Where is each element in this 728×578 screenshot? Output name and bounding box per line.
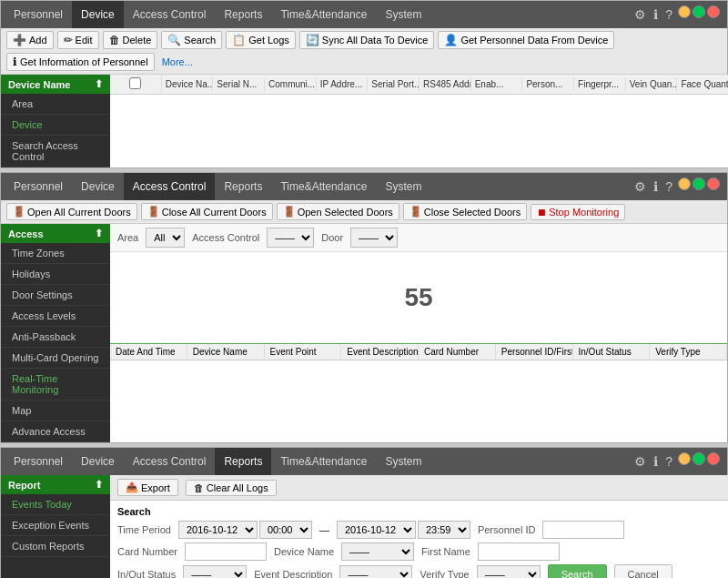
window-controls-2 [678,177,720,196]
sidebar-item-realtime[interactable]: Real-Time Monitoring [1,369,110,401]
sync-data-button[interactable]: 🔄 Sync All Data To Device [299,31,435,49]
menu-system-1[interactable]: System [376,1,430,28]
export-button[interactable]: 📤 Export [117,479,178,496]
device-name-select[interactable]: —— [341,543,414,561]
menu-reports-2[interactable]: Reports [215,173,271,200]
ac-sidebar-section: Access ⬆ [1,224,110,243]
access-control-panel: Personnel Device Access Control Reports … [0,172,728,443]
device-empty-area [110,95,728,145]
close-door-icon: 🚪 [147,206,160,218]
logs-icon: 📋 [232,34,246,46]
get-personnel-button[interactable]: 👤 Get Personnel Data From Device [438,31,614,49]
sidebar-item-door-settings[interactable]: Door Settings [1,285,110,306]
gear-icon-1[interactable]: ⚙ [632,5,648,24]
th-date-time: Date And Time [110,344,187,360]
open-all-doors-button[interactable]: 🚪 Open All Current Doors [6,203,137,220]
delete-button[interactable]: 🗑 Delete [103,31,158,49]
card-number-input[interactable] [185,543,267,561]
start-time-select[interactable]: 00:00 [259,521,312,539]
stop-monitoring-button[interactable]: ⏹ Stop Monitoring [531,204,625,220]
sidebar-item-multi-card[interactable]: Multi-Card Opening [1,348,110,369]
close-selected-doors-button[interactable]: 🚪 Close Selected Doors [403,203,527,220]
more-link[interactable]: More... [162,56,193,67]
close-btn-2[interactable] [707,177,720,190]
maximize-btn-3[interactable] [693,452,705,465]
menu-device-1[interactable]: Device [72,1,124,28]
search-submit-button[interactable]: Search [548,564,607,578]
edit-button[interactable]: ✏ Edit [57,31,99,49]
menu-device-2[interactable]: Device [72,173,124,200]
menu-system-3[interactable]: System [376,448,430,475]
maximize-btn-2[interactable] [693,177,705,190]
close-all-doors-button[interactable]: 🚪 Close All Current Doors [141,203,273,220]
col-checkbox[interactable] [110,76,162,93]
select-all-checkbox[interactable] [129,77,141,89]
menu-access-control-2[interactable]: Access Control [124,173,216,200]
reports-main-content: 📤 Export 🗑 Clear All Logs Search Time Pe… [110,475,728,578]
help-icon-3[interactable]: ? [663,452,674,471]
sidebar-item-search-access[interactable]: Search Access Control [1,136,110,167]
device-panel: Personnel Device Access Control Reports … [0,0,728,168]
ac-sidebar: Access ⬆ Time Zones Holidays Door Settin… [1,224,110,442]
sidebar-item-time-zones[interactable]: Time Zones [1,243,110,264]
menu-access-control-1[interactable]: Access Control [124,1,216,28]
info-icon-2[interactable]: ℹ [652,177,660,196]
menu-personnel-3[interactable]: Personnel [5,448,72,475]
export-icon: 📤 [126,482,138,493]
add-button[interactable]: ➕ Add [6,31,54,49]
minimize-btn-2[interactable] [678,177,691,190]
open-selected-doors-button[interactable]: 🚪 Open Selected Doors [277,203,399,220]
sidebar-item-holidays[interactable]: Holidays [1,264,110,285]
in-out-status-select[interactable]: —— [183,565,247,578]
info-icon-3[interactable]: ℹ [652,452,660,471]
menu-reports-1[interactable]: Reports [215,1,271,28]
get-logs-button[interactable]: 📋 Get Logs [226,31,296,49]
gear-icon-2[interactable]: ⚙ [632,177,648,196]
area-select[interactable]: All [146,228,185,248]
close-btn-3[interactable] [707,452,720,465]
sidebar-item-device[interactable]: Device [1,115,110,136]
menu-access-control-3[interactable]: Access Control [124,448,216,475]
help-icon-2[interactable]: ? [663,177,674,196]
sidebar-item-area[interactable]: Area [1,94,110,115]
menu-time-attendance-2[interactable]: Time&Attendance [271,173,376,200]
gear-icon-3[interactable]: ⚙ [632,452,648,471]
search-cancel-button[interactable]: Cancel [614,564,672,578]
search-button[interactable]: 🔍 Search [161,31,222,49]
minimize-btn-3[interactable] [678,452,691,465]
end-date-select[interactable]: 2016-10-12 [337,521,416,539]
menu-personnel-2[interactable]: Personnel [5,173,72,200]
info-icon-1[interactable]: ℹ [652,5,660,24]
door-select[interactable]: —— [350,228,398,248]
menu-reports-3[interactable]: Reports [215,448,271,475]
sidebar-item-map[interactable]: Map [1,401,110,421]
menu-personnel-1[interactable]: Personnel [5,1,72,28]
first-name-input[interactable] [478,543,560,561]
personnel-id-input[interactable] [542,521,624,539]
menu-system-2[interactable]: System [376,173,430,200]
maximize-btn-1[interactable] [693,5,705,18]
sidebar-item-events-today[interactable]: Events Today [1,494,110,515]
menu-time-attendance-3[interactable]: Time&Attendance [271,448,376,475]
end-time-select[interactable]: 23:59 [418,521,470,539]
sidebar-item-advance-access[interactable]: Advance Access [1,421,110,442]
menu-device-3[interactable]: Device [72,448,124,475]
search-section: Search Time Period 2016-10-12 00:00 — [110,501,728,578]
event-description-select[interactable]: —— [339,565,412,578]
access-control-select[interactable]: —— [267,228,314,248]
edit-icon: ✏ [64,34,73,46]
verify-type-select[interactable]: —— [477,565,541,578]
start-date-select[interactable]: 2016-10-12 [178,521,258,539]
close-btn-1[interactable] [707,5,720,18]
get-info-button[interactable]: ℹ Get Information of Personnel [6,53,155,71]
minimize-btn-1[interactable] [678,5,691,18]
search-row-2: Card Number Device Name —— First Name [117,543,728,561]
sidebar-item-anti-passback[interactable]: Anti-Passback [1,327,110,348]
help-icon-1[interactable]: ? [663,5,674,24]
sidebar-item-access-levels[interactable]: Access Levels [1,306,110,327]
menu-time-attendance-1[interactable]: Time&Attendance [271,1,376,28]
sidebar-item-exception-events[interactable]: Exception Events [1,515,110,536]
sidebar-item-custom-reports[interactable]: Custom Reports [1,536,110,557]
area-label: Area [117,232,138,243]
clear-logs-button[interactable]: 🗑 Clear All Logs [186,480,277,496]
